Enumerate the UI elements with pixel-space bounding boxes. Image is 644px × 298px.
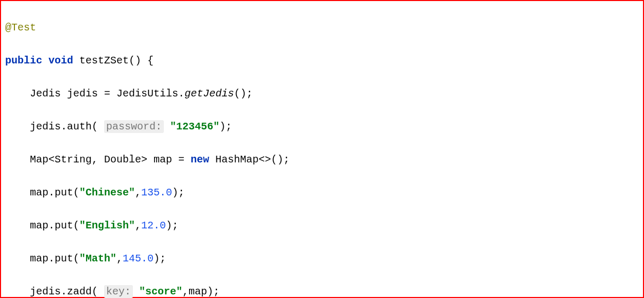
number-literal: 12.0 [141,220,166,231]
code-line: @Test [5,20,639,36]
text: jedis.zadd( [30,286,104,297]
code-line: map.put("Chinese",135.0); [5,185,639,201]
text: ); [154,253,166,264]
string-literal: "123456" [170,121,219,133]
text: ,map); [182,286,219,297]
class: JedisUtils [116,88,178,100]
number-literal: 145.0 [123,253,154,264]
text: map.put( [30,253,79,264]
text: (); [234,88,252,100]
variable: jedis [67,88,98,100]
keyword-public: public [5,55,42,67]
text: . [178,88,184,100]
text: , [116,253,123,264]
code-line: Map<String, Double> map = new HashMap<>(… [5,152,639,168]
string-literal: "Math" [79,253,116,264]
text: map.put( [30,187,79,198]
method: auth [67,121,92,133]
text: ); [172,187,184,198]
code-editor[interactable]: @Test public void testZSet() { Jedis jed… [0,0,644,298]
method-name: testZSet [79,55,129,67]
text: , [135,187,141,198]
text: map.put( [30,220,79,231]
annotation: @Test [5,22,36,34]
text: jedis. [30,121,67,133]
string-literal: "English" [79,220,135,231]
text: ); [166,220,178,231]
text: () { [129,55,154,67]
text: HashMap<>(); [209,154,290,165]
code-line: jedis.auth( password: "123456"); [5,119,639,135]
type: Jedis [30,88,61,100]
text: ); [219,121,232,133]
string-literal: "Chinese" [79,187,135,198]
param-hint: password: [104,120,164,133]
code-line: jedis.zadd( key: "score",map); [5,284,639,298]
text: ( [92,121,104,133]
text: Map<String, Double> map = [30,154,191,165]
code-line: map.put("Math",145.0); [5,251,639,267]
code-line: map.put("English",12.0); [5,218,639,234]
number-literal: 135.0 [141,187,172,198]
text: , [135,220,141,231]
code-line: public void testZSet() { [5,53,639,69]
text: = [104,88,116,100]
keyword-new: new [191,154,209,165]
keyword-void: void [48,55,73,67]
param-hint: key: [104,285,133,298]
static-method: getJedis [184,88,234,100]
string-literal: "score" [139,286,182,297]
code-line: Jedis jedis = JedisUtils.getJedis(); [5,86,639,102]
